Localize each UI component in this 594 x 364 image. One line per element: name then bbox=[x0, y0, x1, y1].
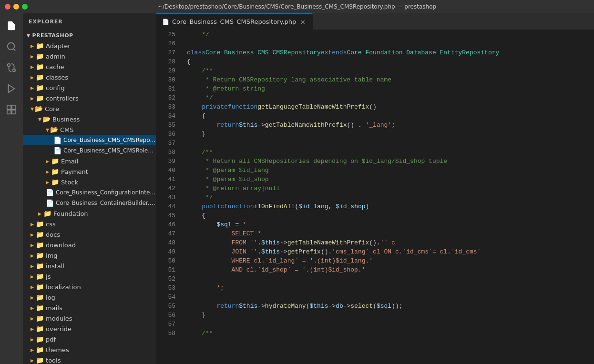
line-number: 34 bbox=[156, 111, 175, 121]
sidebar-item-docs[interactable]: ▸ 📁 docs bbox=[23, 229, 156, 240]
sidebar-item-cmsrepository[interactable]: 📄 Core_Business_CMS_CMSRepository. bbox=[23, 135, 156, 145]
sidebar-item-pdf[interactable]: ▸ 📁 pdf bbox=[23, 334, 156, 344]
sidebar-item-configinterface[interactable]: 📄 Core_Business_ConfigurationInterface. bbox=[23, 187, 156, 198]
sidebar-item-log[interactable]: ▸ 📁 log bbox=[23, 292, 156, 303]
folder-icon: ▸ bbox=[31, 356, 34, 364]
folder-icon: ▸ bbox=[31, 262, 34, 270]
code-line: /** bbox=[187, 66, 594, 75]
sidebar-item-containerbuilder[interactable]: 📄 Core_Business_ContainerBuilder.php bbox=[23, 198, 156, 208]
source-control-icon[interactable] bbox=[3, 59, 20, 76]
sidebar-item-themes[interactable]: ▸ 📁 themes bbox=[23, 344, 156, 355]
sidebar-item-tools[interactable]: ▸ 📁 tools bbox=[23, 355, 156, 364]
code-line: */ bbox=[187, 30, 594, 39]
code-line: { bbox=[187, 111, 594, 121]
debug-icon[interactable] bbox=[3, 80, 20, 97]
svg-rect-5 bbox=[7, 105, 11, 109]
line-number: 53 bbox=[156, 283, 175, 293]
sidebar-item-email[interactable]: ▸ 📁 Email bbox=[23, 156, 156, 166]
code-line: * Return all CMSRepositories depending o… bbox=[187, 157, 594, 166]
extensions-icon[interactable] bbox=[3, 101, 20, 118]
code-line: * @return array|null bbox=[187, 184, 594, 193]
sidebar: Explorer ▾ PRESTASHOP ▸ 📁 Adapter ▸ 📁 ad… bbox=[23, 13, 156, 364]
folder-closed-icon: 📁 bbox=[36, 262, 44, 270]
folder-closed-icon: 📁 bbox=[36, 231, 44, 238]
line-number: 32 bbox=[156, 93, 175, 102]
sidebar-item-js[interactable]: ▸ 📁 js bbox=[23, 271, 156, 282]
sidebar-item-admin[interactable]: ▸ 📁 admin bbox=[23, 51, 156, 61]
sidebar-item-download[interactable]: ▸ 📁 download bbox=[23, 240, 156, 250]
sidebar-item-foundation[interactable]: ▸ 📁 Foundation bbox=[23, 208, 156, 219]
code-line bbox=[187, 320, 594, 329]
sidebar-item-cms[interactable]: ▾ 📂 CMS bbox=[23, 124, 156, 135]
chevron-down-icon: ▾ bbox=[27, 31, 30, 39]
code-line: * Return CMSRepository lang associative … bbox=[187, 75, 594, 84]
sidebar-item-override[interactable]: ▸ 📁 override bbox=[23, 324, 156, 334]
line-number: 26 bbox=[156, 39, 175, 48]
tab-close-button[interactable]: × bbox=[299, 18, 307, 26]
folder-closed-icon: 📁 bbox=[36, 335, 44, 343]
folder-open-icon: 📂 bbox=[42, 115, 51, 123]
sidebar-item-img[interactable]: ▸ 📁 img bbox=[23, 250, 156, 261]
sidebar-item-install[interactable]: ▸ 📁 install bbox=[23, 261, 156, 271]
code-line: FROM `'.$this->getTableNameWithPrefix().… bbox=[187, 238, 594, 247]
sidebar-item-controllers[interactable]: ▸ 📁 controllers bbox=[23, 93, 156, 103]
svg-rect-7 bbox=[12, 110, 16, 114]
sidebar-item-adapter[interactable]: ▸ 📁 Adapter bbox=[23, 40, 156, 51]
sidebar-item-modules[interactable]: ▸ 📁 modules bbox=[23, 313, 156, 324]
line-number: 51 bbox=[156, 265, 175, 274]
sidebar-root[interactable]: ▾ PRESTASHOP bbox=[23, 30, 156, 40]
code-line: '; bbox=[187, 283, 594, 293]
folder-icon: ▸ bbox=[31, 293, 34, 301]
sidebar-item-cache[interactable]: ▸ 📁 cache bbox=[23, 61, 156, 72]
folder-closed-icon: 📁 bbox=[36, 42, 44, 50]
tab-cmsrepository[interactable]: 📄 Core_Business_CMS_CMSRepository.php × bbox=[156, 13, 313, 30]
sidebar-item-localization[interactable]: ▸ 📁 localization bbox=[23, 282, 156, 292]
minimize-button[interactable] bbox=[13, 4, 19, 10]
code-editor[interactable]: 2526272829303132333435363738394041424344… bbox=[156, 30, 594, 364]
line-number: 35 bbox=[156, 121, 175, 130]
sidebar-item-stock[interactable]: ▸ 📁 Stock bbox=[23, 177, 156, 187]
file-icon: 📄 bbox=[46, 189, 54, 196]
folder-icon: ▸ bbox=[31, 84, 34, 91]
chevron-down-icon: ▾ bbox=[31, 105, 34, 112]
line-numbers: 2526272829303132333435363738394041424344… bbox=[156, 30, 179, 364]
folder-closed-icon: 📁 bbox=[51, 178, 59, 186]
code-line: { bbox=[187, 211, 594, 220]
line-number: 25 bbox=[156, 30, 175, 39]
line-number: 30 bbox=[156, 75, 175, 84]
chevron-down-icon: ▾ bbox=[38, 115, 41, 123]
close-button[interactable] bbox=[5, 4, 10, 10]
maximize-button[interactable] bbox=[22, 4, 28, 10]
folder-closed-icon: 📁 bbox=[36, 273, 44, 280]
window-controls[interactable] bbox=[5, 4, 28, 10]
file-icon: 📄 bbox=[53, 136, 61, 144]
folder-icon: ▸ bbox=[46, 157, 49, 165]
folder-icon: ▸ bbox=[31, 241, 34, 249]
php-file-icon: 📄 bbox=[162, 19, 169, 25]
sidebar-item-classes[interactable]: ▸ 📁 classes bbox=[23, 72, 156, 82]
files-icon[interactable] bbox=[3, 17, 20, 34]
sidebar-item-business[interactable]: ▾ 📂 Business bbox=[23, 114, 156, 124]
code-content[interactable]: */class Core_Business_CMS_CMSRepository … bbox=[179, 30, 594, 364]
line-number: 49 bbox=[156, 247, 175, 256]
folder-icon: ▸ bbox=[46, 168, 49, 175]
app-layout: Explorer ▾ PRESTASHOP ▸ 📁 Adapter ▸ 📁 ad… bbox=[0, 13, 594, 364]
sidebar-item-mails[interactable]: ▸ 📁 mails bbox=[23, 303, 156, 313]
code-line bbox=[187, 139, 594, 148]
folder-closed-icon: 📁 bbox=[51, 157, 59, 165]
folder-closed-icon: 📁 bbox=[36, 63, 44, 71]
sidebar-item-config[interactable]: ▸ 📁 config bbox=[23, 82, 156, 93]
svg-point-0 bbox=[8, 43, 15, 50]
sidebar-item-cmsrolerepos[interactable]: 📄 Core_Business_CMS_CMSRoleRepos. bbox=[23, 145, 156, 156]
sidebar-item-payment[interactable]: ▸ 📁 Payment bbox=[23, 166, 156, 177]
code-line: public function i10nFindAll($id_lang, $i… bbox=[187, 202, 594, 211]
sidebar-tree: ▾ PRESTASHOP ▸ 📁 Adapter ▸ 📁 admin ▸ 📁 c… bbox=[23, 30, 156, 364]
line-number: 37 bbox=[156, 139, 175, 148]
sidebar-item-core[interactable]: ▾ 📂 Core bbox=[23, 103, 156, 114]
search-icon[interactable] bbox=[3, 38, 20, 55]
sidebar-item-css[interactable]: ▸ 📁 css bbox=[23, 219, 156, 229]
code-line: /** bbox=[187, 148, 594, 157]
file-icon: 📄 bbox=[53, 147, 61, 154]
tab-bar: 📄 Core_Business_CMS_CMSRepository.php × bbox=[156, 13, 594, 30]
folder-closed-icon: 📁 bbox=[36, 220, 44, 228]
